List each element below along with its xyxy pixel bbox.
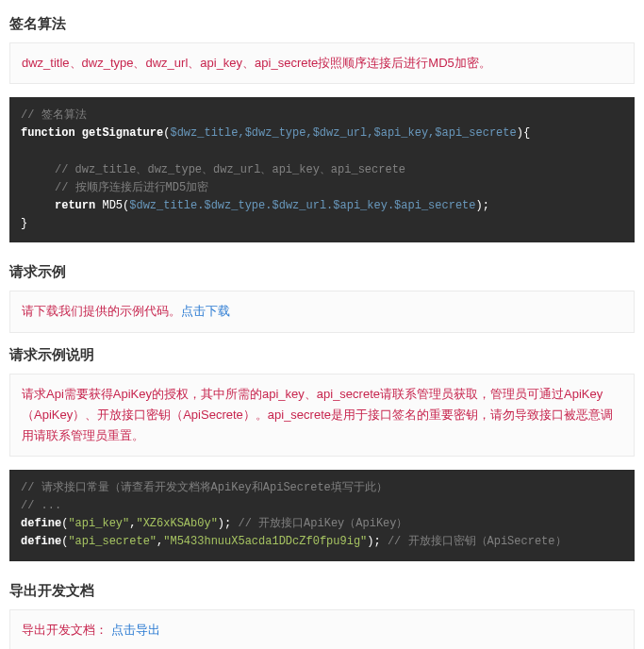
code-req-explain: // 请求接口常量（请查看开发文档将ApiKey和ApiSecrete填写于此）… — [9, 470, 635, 561]
code-close: ); — [476, 199, 489, 212]
code-string: "XZ6xKSAb0y" — [136, 517, 217, 530]
code-close-brace: } — [21, 217, 27, 230]
heading-sign-algo: 签名算法 — [9, 15, 635, 33]
code-params: $dwz_title,$dwz_type,$dwz_url,$api_key,$… — [170, 126, 516, 140]
export-link[interactable]: 点击导出 — [111, 623, 160, 637]
notice-text: 请下载我们提供的示例代码。 — [22, 304, 181, 318]
code-comment: // 开放接口密钥（ApiSecrete） — [381, 535, 567, 548]
heading-req-example: 请求示例 — [9, 263, 635, 281]
code-comment: // 签名算法 — [21, 108, 87, 122]
code-call: MD5( — [102, 199, 129, 212]
notice-req-explain: 请求Api需要获得ApiKey的授权，其中所需的api_key、api_secr… — [9, 374, 635, 457]
code-keyword: define — [21, 535, 61, 548]
code-keyword: return — [55, 199, 95, 212]
notice-text: 导出开发文档： — [22, 623, 107, 637]
notice-req-example: 请下载我们提供的示例代码。点击下载 — [9, 291, 635, 332]
heading-export-doc: 导出开发文档 — [9, 582, 635, 600]
code-comment: // ... — [21, 499, 61, 512]
code-comment: // 开放接口ApiKey（ApiKey） — [231, 517, 407, 530]
code-args: $dwz_title.$dwz_type.$dwz_url.$api_key.$… — [129, 199, 475, 212]
code-keyword: function — [21, 126, 75, 140]
code-string: "api_secrete" — [68, 535, 157, 548]
code-comment: // 按顺序连接后进行MD5加密 — [55, 181, 208, 194]
download-link[interactable]: 点击下载 — [181, 304, 230, 318]
notice-sign-algo: dwz_title、dwz_type、dwz_url、api_key、api_s… — [9, 42, 635, 84]
code-string: "M5433hnuuX5acda1DDcZf0fpu9ig" — [163, 535, 367, 548]
code-sign-algo: // 签名算法 function getSignature($dwz_title… — [9, 97, 635, 242]
code-close: ); — [218, 517, 231, 530]
code-keyword: define — [21, 517, 61, 530]
code-comment: // 请求接口常量（请查看开发文档将ApiKey和ApiSecrete填写于此） — [21, 481, 388, 494]
code-funcname: getSignature — [82, 126, 163, 140]
code-comment: // dwz_title、dwz_type、dwz_url、api_key、ap… — [55, 163, 405, 176]
code-string: "api_key" — [68, 517, 129, 530]
notice-export-doc: 导出开发文档： 点击导出 — [9, 609, 635, 649]
heading-req-explain: 请求示例说明 — [9, 346, 635, 364]
code-paren-close: ){ — [517, 126, 530, 140]
code-close: ); — [367, 535, 380, 548]
